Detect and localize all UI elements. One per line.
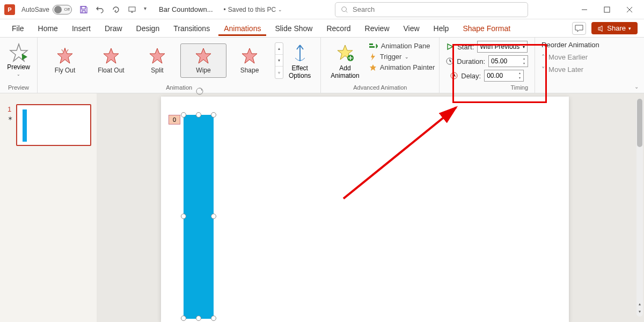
qat-more-icon[interactable]: ▾ xyxy=(144,5,152,14)
tab-draw[interactable]: Draw xyxy=(99,21,128,36)
svg-marker-14 xyxy=(370,64,376,71)
tab-animations[interactable]: Animations xyxy=(218,21,266,36)
resize-handle-ml[interactable] xyxy=(181,214,186,219)
resize-handle-tr[interactable] xyxy=(211,112,216,118)
comments-button[interactable] xyxy=(572,22,586,35)
svg-rect-12 xyxy=(369,43,373,45)
add-animation-button[interactable]: Add Animation xyxy=(325,40,364,82)
animation-gallery: Fly Out Float Out Split Wipe Shape ▴ ▾ xyxy=(42,40,316,82)
maximize-button[interactable] xyxy=(603,6,611,13)
anim-wipe[interactable]: Wipe xyxy=(180,43,226,78)
search-box[interactable] xyxy=(335,2,528,17)
resize-handle-mr[interactable] xyxy=(211,214,216,219)
resize-handle-br[interactable] xyxy=(211,316,216,321)
saved-status[interactable]: • Saved to this PC ⌄ xyxy=(224,6,283,13)
star-icon xyxy=(241,47,258,64)
resize-handle-bm[interactable] xyxy=(196,316,201,321)
undo-icon[interactable] xyxy=(96,5,104,14)
animation-pane-button[interactable]: Animation Pane xyxy=(369,42,435,50)
minimize-button[interactable] xyxy=(581,6,588,13)
present-icon[interactable] xyxy=(128,5,136,14)
autosave-toggle[interactable]: Off xyxy=(53,5,72,14)
duration-down[interactable]: ▾ xyxy=(521,61,527,66)
animation-order-tag[interactable]: 0 xyxy=(169,115,180,125)
duration-clock-icon xyxy=(446,57,453,65)
delay-label: Delay: xyxy=(461,72,481,80)
tab-slide-show[interactable]: Slide Show xyxy=(269,21,318,36)
close-button[interactable] xyxy=(626,6,633,13)
tab-insert[interactable]: Insert xyxy=(67,21,96,36)
scroll-up-button[interactable]: ▴ xyxy=(636,302,643,309)
tab-shape-format[interactable]: Shape Format xyxy=(457,21,516,36)
share-label: Share xyxy=(607,24,626,32)
duration-up[interactable]: ▴ xyxy=(521,56,527,61)
delay-clock-icon xyxy=(450,72,458,79)
preview-button[interactable]: Preview ⌄ xyxy=(3,40,34,80)
gallery-up-button[interactable]: ▴ xyxy=(275,43,283,55)
vertical-scrollbar[interactable]: ▴ ▾ xyxy=(636,99,643,317)
trigger-button[interactable]: Trigger ⌄ xyxy=(369,53,435,61)
svg-marker-5 xyxy=(57,48,72,63)
duration-input[interactable]: 05.00 ▴▾ xyxy=(488,55,528,67)
svg-marker-4 xyxy=(22,54,27,60)
ribbon-collapse-button[interactable]: ⌄ xyxy=(634,84,639,90)
group-preview: Preview ⌄ Preview xyxy=(0,38,38,93)
gallery-more-button[interactable]: ▿ xyxy=(275,67,283,78)
tab-home[interactable]: Home xyxy=(33,21,63,36)
svg-rect-2 xyxy=(604,7,610,12)
gallery-down-button[interactable]: ▾ xyxy=(275,55,283,67)
delay-up[interactable]: ▴ xyxy=(516,71,523,76)
gallery-spinner: ▴ ▾ ▿ xyxy=(275,42,283,79)
star-icon xyxy=(149,47,166,64)
save-icon[interactable] xyxy=(79,5,88,14)
start-select[interactable]: With Previous ▾ xyxy=(477,41,528,53)
resize-handle-tl[interactable] xyxy=(181,112,186,118)
autosave-state: Off xyxy=(64,7,70,12)
tab-view[interactable]: View xyxy=(398,21,425,36)
powerpoint-app-icon: P xyxy=(4,4,15,15)
group-label-timing: Timing xyxy=(511,84,529,92)
ribbon: Preview ⌄ Preview Fly Out Float Out Spli… xyxy=(0,38,644,93)
tab-file[interactable]: File xyxy=(6,21,30,36)
scrollbar-thumb[interactable] xyxy=(637,99,642,147)
group-label-animation: Animation xyxy=(166,84,192,92)
star-icon xyxy=(103,47,120,64)
preview-label: Preview xyxy=(7,63,30,71)
redo-icon[interactable] xyxy=(112,5,120,14)
svg-marker-15 xyxy=(448,44,453,49)
svg-marker-9 xyxy=(242,48,257,63)
duration-label: Duration: xyxy=(457,57,485,65)
slide-canvas[interactable]: 0 ▴ ▾ xyxy=(97,93,644,322)
delay-input[interactable]: 00.00 ▴▾ xyxy=(484,70,524,82)
resize-handle-tm[interactable] xyxy=(196,112,201,118)
anim-split[interactable]: Split xyxy=(134,43,180,78)
group-animation: Fly Out Float Out Split Wipe Shape ▴ ▾ xyxy=(38,38,321,93)
anim-float-out[interactable]: Float Out xyxy=(88,43,134,78)
anim-shape[interactable]: Shape xyxy=(226,43,273,78)
svg-marker-7 xyxy=(150,48,165,63)
move-later-button[interactable]: ˅ Move Later xyxy=(541,65,599,74)
rotation-handle[interactable] xyxy=(195,87,204,96)
share-button[interactable]: Share ▾ xyxy=(591,22,638,34)
svg-rect-13 xyxy=(369,46,375,48)
delay-down[interactable]: ▾ xyxy=(516,76,523,80)
tab-record[interactable]: Record xyxy=(321,21,356,36)
tab-transitions[interactable]: Transitions xyxy=(168,21,215,36)
slide-thumbnail-1[interactable]: 1 ✶ xyxy=(16,104,91,146)
comment-icon xyxy=(575,25,583,32)
move-earlier-button[interactable]: ˄ Move Earlier xyxy=(541,53,599,61)
scroll-down-button[interactable]: ▾ xyxy=(636,309,643,317)
resize-handle-bl[interactable] xyxy=(181,316,186,321)
effect-options-button[interactable]: Effect Options xyxy=(283,40,316,82)
anim-fly-out[interactable]: Fly Out xyxy=(42,43,88,78)
star-icon xyxy=(195,47,212,64)
tab-review[interactable]: Review xyxy=(360,21,395,36)
tab-help[interactable]: Help xyxy=(428,21,455,36)
effect-options-icon xyxy=(292,42,308,63)
animation-painter-button[interactable]: Animation Painter xyxy=(369,63,435,71)
search-input[interactable] xyxy=(353,5,522,13)
tab-design[interactable]: Design xyxy=(131,21,165,36)
add-animation-icon xyxy=(335,43,355,62)
selected-shape-rectangle[interactable] xyxy=(184,115,214,319)
title-bar: P AutoSave Off ▾ Bar Countdown... • Save… xyxy=(0,0,644,19)
